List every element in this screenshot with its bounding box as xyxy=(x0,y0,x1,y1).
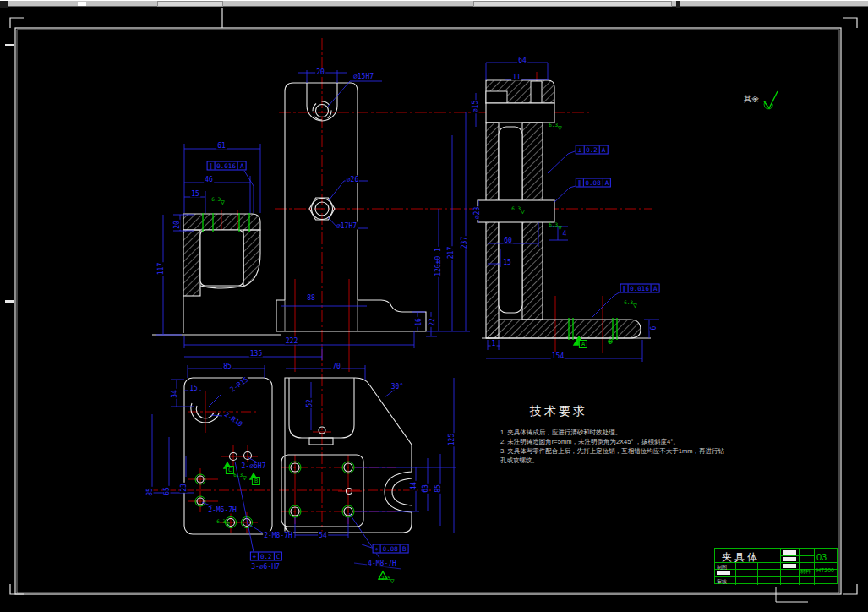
dimension-label: 3-∅6-H7 xyxy=(250,563,281,571)
feature-control-frame: ⊥0.2A xyxy=(576,145,609,155)
tech-req-item-2: 2. 未注明铸造圆角r=5mm，未注明倒角为2X45° ，拔模斜度4°。 xyxy=(500,437,727,446)
dimension-label: 20 xyxy=(173,220,181,230)
title-block-redacted-cell xyxy=(783,557,796,561)
dimension-label: ∅17H7 xyxy=(336,222,358,230)
tech-req-item-3: 3. 夹具体与零件配合上后，先打上定位销，互相错位均应不大于1mm，再进行钻孔或… xyxy=(500,446,727,465)
dimension-label: 46 xyxy=(204,176,214,183)
surface-roughness-icon: 6.3▽ xyxy=(549,122,562,132)
dimension-label: 120±0.1 xyxy=(434,247,442,277)
title-block: 夹具体 03 1:1 材料 HT200 制图 审核 xyxy=(714,548,838,584)
view-left-section xyxy=(152,213,281,335)
view-front xyxy=(276,83,426,331)
title-block-redacted-cell xyxy=(717,571,730,575)
dimension-label: 2-M8-7H xyxy=(263,532,293,539)
surface-roughness-icon: 6.3▽ xyxy=(216,518,230,528)
dimension-label: 61 xyxy=(216,142,227,150)
dimension-label: 60 xyxy=(503,237,513,244)
dimension-label: 52 xyxy=(306,398,314,408)
surface-roughness-icon: 6.3▽ xyxy=(624,299,637,309)
dimension-label: 30° xyxy=(390,383,404,391)
dimension-label: 20 xyxy=(315,68,325,76)
dimension-label: 135 xyxy=(249,350,263,358)
dimension-label: 237 xyxy=(461,236,468,249)
dimension-label: 154 xyxy=(551,352,565,360)
dimension-label: 85 xyxy=(222,363,232,370)
surface-roughness-icon: 6.3▽ xyxy=(549,221,562,232)
dimension-label: 217 xyxy=(447,246,455,260)
feature-control-frame: ∥0.016A xyxy=(207,161,247,171)
title-block-redacted-cell xyxy=(783,550,796,555)
feature-control-frame: ⌖0.2C xyxy=(250,552,282,561)
title-block-drawing-number: 03 xyxy=(816,552,827,562)
surface-roughness-icon: 12.5▽ xyxy=(378,575,394,585)
dimension-label: 88 xyxy=(306,294,316,302)
dimension-label: 1 xyxy=(491,340,497,347)
tech-req-title: 技术要求 xyxy=(530,404,727,419)
dimension-label: 125 xyxy=(448,433,456,446)
title-block-redacted-cell xyxy=(783,564,796,568)
cad-application-window: 20∅15H7∅26∅17H78822213561461520117∅15237… xyxy=(0,0,868,612)
dimension-label: 63 xyxy=(422,484,429,494)
technical-requirements: 技术要求 1. 夹具体铸成后，应进行清砂和时效处理。 2. 未注明铸造圆角r=5… xyxy=(500,404,727,465)
dimension-label: 22 xyxy=(429,317,436,327)
dimension-label: ∅15H7 xyxy=(352,73,374,80)
title-block-material: HT200 xyxy=(816,567,834,573)
dimension-label: 44 xyxy=(410,481,418,491)
dimension-label: 15 xyxy=(188,385,199,392)
feature-control-frame: ∥0.08A xyxy=(576,178,611,188)
dimension-label: ∅23 xyxy=(473,206,481,220)
surface-roughness-icon: 6.3▽ xyxy=(211,196,225,206)
dimension-label: ∅15 xyxy=(472,100,479,113)
surface-note-text: 其余 xyxy=(743,96,760,103)
dimension-label: 34 xyxy=(171,389,178,399)
dimension-label: 11 xyxy=(511,74,521,81)
dimension-label: 15 xyxy=(190,190,200,198)
datum-flag-A: A xyxy=(579,340,587,348)
dimension-label: 2-M6-7H xyxy=(207,506,237,514)
dimension-label: 65 xyxy=(163,486,171,496)
dimension-label: 2-∅6H7 xyxy=(241,462,267,470)
dimension-label: 85 xyxy=(434,484,442,494)
dimension-label: ∅26 xyxy=(346,176,359,183)
feature-control-frame: ⌖0.08B xyxy=(373,544,409,554)
dimension-label: 4 xyxy=(562,230,568,238)
dimension-label: 54 xyxy=(318,532,328,539)
surface-roughness-icon: 6.3▽ xyxy=(233,472,247,482)
dimension-label: 117 xyxy=(157,262,165,276)
feature-control-frame: ∥0.016A xyxy=(620,284,660,293)
dimension-lines xyxy=(147,63,659,569)
datum-flag-B: B xyxy=(252,477,260,485)
tech-req-item-1: 1. 夹具体铸成后，应进行清砂和时效处理。 xyxy=(500,428,727,437)
dimension-label: 70 xyxy=(331,363,341,370)
dimension-label: 4-M8-7H xyxy=(367,560,397,567)
title-block-material-label: 材料 xyxy=(800,568,811,576)
dimension-label: 15 xyxy=(502,259,512,266)
title-block-part-name: 夹具体 xyxy=(722,550,783,565)
dimension-label: 222 xyxy=(285,337,298,345)
sheet-border xyxy=(5,8,857,602)
dimension-label: 6 xyxy=(650,325,658,331)
dimension-label: 16 xyxy=(415,317,423,327)
dimension-label: 23 xyxy=(180,483,188,493)
datum-target-icon: ⊕ xyxy=(608,338,613,345)
dimension-label: 64 xyxy=(517,57,527,64)
dimension-label: 85 xyxy=(146,487,154,497)
cad-viewport[interactable] xyxy=(0,0,868,612)
surface-roughness-icon: 6.3▽ xyxy=(511,205,525,216)
title-block-row-label-2: 审核 xyxy=(717,578,727,586)
